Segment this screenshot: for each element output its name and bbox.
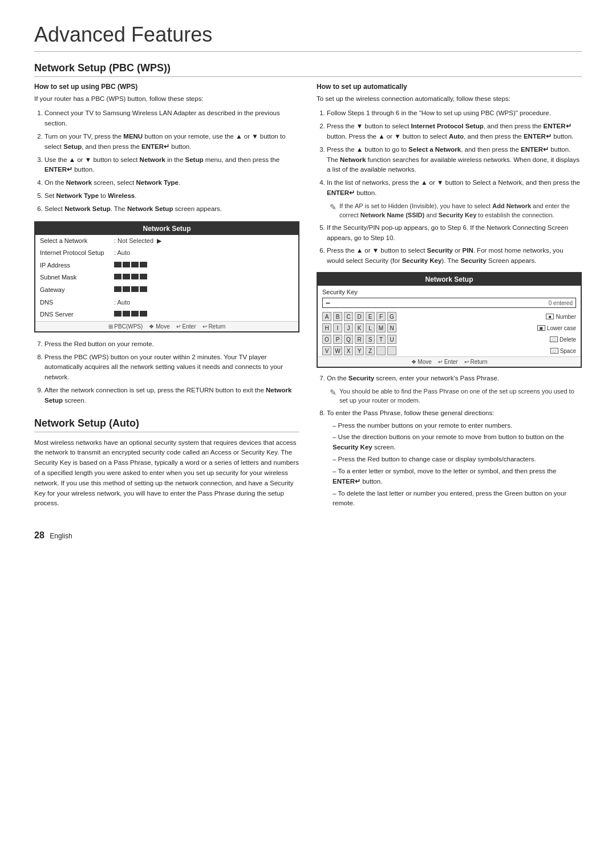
- list-item: Use the direction buttons on your remote…: [333, 432, 582, 453]
- security-key-label: Security Key: [318, 286, 581, 297]
- list-item: Set Network Type to Wireless.: [44, 191, 299, 201]
- key-action-label: Number: [556, 314, 576, 320]
- key-T[interactable]: T: [376, 335, 386, 344]
- table-row: Gateway: [35, 284, 298, 297]
- key-R[interactable]: R: [355, 335, 364, 344]
- key-M[interactable]: M: [376, 323, 386, 332]
- list-item: Press the ▲ or ▼ button to select Securi…: [327, 246, 582, 266]
- key-action-space: □ Space: [550, 348, 576, 354]
- list-item: Press the Red button on your remote.: [44, 339, 299, 350]
- page-title: Advanced Features: [34, 23, 582, 52]
- security-count: 0 entered: [549, 300, 573, 306]
- pbc-steps-after: Press the Red button on your remote. Pre…: [34, 339, 299, 406]
- note-passphrase: ✎ You should be able to find the Pass Ph…: [327, 387, 582, 405]
- list-item: Press the number buttons on your remote …: [333, 421, 582, 431]
- list-item: After the network connection is set up, …: [44, 386, 299, 406]
- key-I[interactable]: I: [333, 323, 342, 332]
- key-A[interactable]: A: [322, 312, 331, 321]
- page-num: 28: [34, 530, 44, 540]
- list-item: If the Security/PIN pop-up appears, go t…: [327, 223, 582, 244]
- table-cell: [110, 271, 298, 284]
- key-B[interactable]: B: [333, 312, 342, 321]
- section-pbc-title: Network Setup (PBC (WPS)): [34, 62, 582, 77]
- table-row: Subnet Mask: [35, 271, 298, 284]
- subsection-auto-title: How to set up automatically: [317, 83, 582, 91]
- table-cell: : Not Selected ▶: [110, 235, 298, 248]
- table-cell: : Auto: [110, 297, 298, 309]
- section-auto-title: Network Setup (Auto): [34, 417, 299, 432]
- key-buttons: H I J K L M N: [322, 323, 396, 332]
- list-item: Press the ▲ button to go to Select a Net…: [327, 145, 582, 175]
- key-action-label: Space: [560, 348, 576, 354]
- table-cell: Gateway: [35, 284, 110, 297]
- key-action-label: Lower case: [547, 325, 576, 331]
- list-item: To a enter letter or symbol, move to the…: [333, 466, 582, 487]
- page-number: 28 English: [34, 530, 582, 541]
- list-item: Follow Steps 1 through 6 in the "How to …: [327, 108, 582, 119]
- key-Q[interactable]: Q: [344, 335, 353, 344]
- pbc-steps-before: Connect your TV to Samsung Wireless LAN …: [34, 108, 299, 214]
- key-U[interactable]: U: [387, 335, 396, 344]
- table-cell: Subnet Mask: [35, 271, 110, 284]
- key-E[interactable]: E: [366, 312, 375, 321]
- space-icon: □: [550, 348, 558, 354]
- key-C[interactable]: C: [344, 312, 353, 321]
- delete-icon: □: [550, 336, 558, 342]
- key-buttons: O P Q R S T U: [322, 335, 396, 344]
- key-blank1[interactable]: [376, 346, 386, 355]
- key-N[interactable]: N: [387, 323, 396, 332]
- key-J[interactable]: J: [344, 323, 353, 332]
- table-cell: DNS Server: [35, 309, 110, 321]
- key-H[interactable]: H: [322, 323, 331, 332]
- note-text: You should be able to find the Pass Phra…: [339, 387, 582, 405]
- list-item: On the Security screen, enter your netwo…: [327, 374, 582, 405]
- key-action-lowercase: ▣ Lower case: [537, 325, 576, 331]
- key-K[interactable]: K: [355, 323, 364, 332]
- key-L[interactable]: L: [366, 323, 375, 332]
- list-item: On the Network screen, select Network Ty…: [44, 178, 299, 188]
- table-cell: : Auto: [110, 247, 298, 259]
- list-item: To enter the Pass Phrase, follow these g…: [327, 408, 582, 509]
- table-cell: IP Address: [35, 259, 110, 272]
- table-cell: [110, 309, 298, 321]
- pixel-blocks: [114, 286, 147, 292]
- list-item: Press the PBC (WPS) button on your route…: [44, 352, 299, 383]
- right-column: How to set up automatically To set up th…: [317, 83, 582, 513]
- key-Y[interactable]: Y: [355, 346, 364, 355]
- network-setup-table: Select a Network : Not Selected ▶ Intern…: [35, 235, 298, 321]
- key-buttons: V W X Y Z: [322, 346, 396, 355]
- key-action-number: ■ Number: [546, 314, 576, 320]
- key-V[interactable]: V: [322, 346, 331, 355]
- pbc-intro: If your router has a PBC (WPS) button, f…: [34, 94, 299, 104]
- key-P[interactable]: P: [333, 335, 342, 344]
- key-X[interactable]: X: [344, 346, 353, 355]
- key-Z[interactable]: Z: [366, 346, 375, 355]
- table-row: IP Address: [35, 259, 298, 272]
- table-row: DNS Server: [35, 309, 298, 321]
- table-cell: Select a Network: [35, 235, 110, 248]
- note-icon: ✎: [330, 387, 337, 399]
- key-G[interactable]: G: [387, 312, 396, 321]
- key-F[interactable]: F: [376, 312, 386, 321]
- key-W[interactable]: W: [333, 346, 342, 355]
- key-blank2[interactable]: [387, 346, 396, 355]
- table-row: DNS : Auto: [35, 297, 298, 309]
- list-item: Press the ▼ button to select Internet Pr…: [327, 121, 582, 142]
- key-buttons: A B C D E F G: [322, 312, 396, 321]
- security-dash: –: [326, 298, 330, 307]
- security-key-input: – 0 entered: [322, 298, 576, 308]
- network-setup-box: Network Setup Select a Network : Not Sel…: [34, 221, 299, 332]
- list-item: Connect your TV to Samsung Wireless LAN …: [44, 108, 299, 129]
- key-S[interactable]: S: [366, 335, 375, 344]
- list-item: Turn on your TV, press the MENU button o…: [44, 132, 299, 152]
- table-row: Select a Network : Not Selected ▶: [35, 235, 298, 248]
- security-footer: ❖ Move ↵ Enter ↩ Return: [318, 356, 581, 367]
- security-box: Network Setup Security Key – 0 entered A…: [317, 272, 582, 368]
- auto-steps-after: On the Security screen, enter your netwo…: [317, 374, 582, 509]
- pixel-blocks: [114, 311, 147, 317]
- table-cell: DNS: [35, 297, 110, 309]
- key-D[interactable]: D: [355, 312, 364, 321]
- list-item: Press the Red button to change case or d…: [333, 455, 582, 465]
- key-O[interactable]: O: [322, 335, 331, 344]
- auto-intro: Most wireless networks have an optional …: [34, 438, 299, 509]
